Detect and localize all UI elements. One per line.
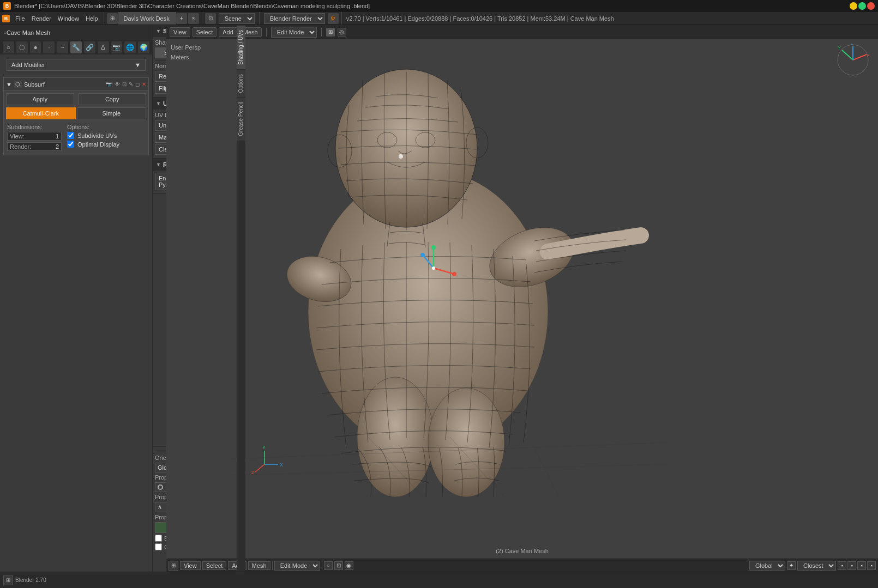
- simple-button[interactable]: Simple: [77, 107, 147, 119]
- panel-tab-particles[interactable]: ·: [43, 41, 55, 53]
- viewport-info: User Persp Meters: [171, 43, 201, 62]
- closest-footer-dropdown[interactable]: Closest: [797, 561, 836, 571]
- side-tab-options[interactable]: Options: [237, 69, 245, 97]
- apply-button[interactable]: Apply: [6, 93, 74, 105]
- modifier-editmode-icon[interactable]: ✎: [129, 81, 133, 87]
- svg-line-31: [853, 54, 867, 60]
- footer-icon-c[interactable]: ▪: [857, 561, 866, 570]
- modifier-eye-icon[interactable]: 👁: [115, 81, 120, 87]
- uvs-arrow: ▼: [156, 101, 161, 106]
- options-label: Options:: [67, 124, 119, 130]
- minimize-button[interactable]: [850, 2, 857, 10]
- viewport-footer-icon1[interactable]: ⊞: [169, 561, 178, 571]
- optimal-display-checkbox[interactable]: [67, 141, 74, 148]
- global-footer-dropdown[interactable]: Global: [749, 561, 785, 571]
- side-tab-grease[interactable]: Grease Pencil: [237, 97, 245, 141]
- modifier-render-icon[interactable]: 📷: [106, 81, 112, 87]
- side-tab-shading[interactable]: Shading / UVs: [237, 25, 245, 69]
- footer-view-btn[interactable]: View: [180, 561, 201, 570]
- add-modifier-arrow: ▼: [135, 62, 141, 68]
- render-field[interactable]: Render: 2: [7, 142, 62, 151]
- modifier-expand-arrow[interactable]: ▼: [6, 81, 12, 88]
- edit-texture-space-checkbox[interactable]: [155, 535, 162, 542]
- panel-tab-physics[interactable]: ~: [57, 41, 68, 53]
- menu-window[interactable]: Window: [55, 12, 82, 25]
- footer-icon-magnet[interactable]: ✦: [787, 561, 796, 570]
- subdivide-uvs-checkbox[interactable]: [67, 132, 74, 139]
- panel-tab-constraints[interactable]: 🔗: [84, 41, 95, 53]
- select-menu-btn[interactable]: Select: [193, 27, 217, 37]
- footer-icon-b[interactable]: ▪: [847, 561, 856, 570]
- viewport-label: (2) Cave Man Mesh: [496, 548, 549, 554]
- add-modifier-button[interactable]: Add Modifier ▼: [7, 59, 146, 71]
- panel-tab-object[interactable]: ○: [3, 41, 14, 53]
- caveman-mesh-container: X Y Z: [232, 50, 668, 497]
- proportional-editing-icon: [158, 484, 163, 490]
- panel-tab-world[interactable]: 🌍: [138, 41, 149, 53]
- edit-mode-footer-dropdown[interactable]: Edit Mode: [274, 561, 320, 571]
- modifier-realtime-icon[interactable]: ⊡: [122, 81, 127, 87]
- menu-file[interactable]: File: [12, 12, 28, 25]
- shading-arrow: ▼: [156, 28, 161, 34]
- add-menu-btn[interactable]: Add: [219, 27, 237, 37]
- render-icon-btn[interactable]: ⚙: [328, 13, 339, 24]
- blender-logo: B: [3, 2, 11, 10]
- svg-text:Y: Y: [262, 445, 266, 450]
- footer-select-btn[interactable]: Select: [202, 561, 227, 570]
- global-footer-text: Blender 2.70: [15, 577, 46, 583]
- panel-tab-scene[interactable]: 🌐: [124, 41, 136, 53]
- panel-tab-materials[interactable]: ●: [30, 41, 41, 53]
- modifier-apply-copy-row: Apply Copy: [4, 93, 148, 105]
- blender-menu-logo[interactable]: B: [2, 15, 10, 22]
- viewport-icon-btn1[interactable]: ⊞: [326, 28, 335, 37]
- app-menu-section: B File Render Window Help: [0, 12, 104, 25]
- modifier-cage-icon[interactable]: ◻: [135, 81, 140, 87]
- panel-tab-data[interactable]: Δ: [98, 41, 109, 53]
- footer-icon-snap[interactable]: ⊡: [334, 561, 343, 570]
- render-engine-dropdown[interactable]: Blender Render: [264, 13, 325, 24]
- menu-help[interactable]: Help: [82, 12, 101, 25]
- modifier-type-icon: ⬡: [14, 81, 22, 88]
- left-panel-header: ○ Cave Man Mesh: [0, 25, 152, 40]
- header-separator2: [321, 28, 322, 37]
- render-label: Render:: [10, 143, 31, 150]
- edit-mode-dropdown[interactable]: Edit Mode: [271, 27, 317, 38]
- render-section: Blender Render ⚙: [260, 12, 342, 25]
- footer-mesh-btn[interactable]: Mesh: [248, 561, 270, 570]
- maximize-button[interactable]: [858, 2, 866, 10]
- copy-button[interactable]: Copy: [79, 93, 147, 105]
- footer-icon-proportional[interactable]: ○: [324, 561, 333, 570]
- menu-render[interactable]: Render: [28, 12, 55, 25]
- panel-tab-mesh[interactable]: ⬡: [16, 41, 28, 53]
- svg-point-17: [432, 266, 435, 270]
- footer-icon-a[interactable]: ▪: [838, 561, 846, 570]
- modifier-delete-icon[interactable]: ✕: [142, 81, 146, 87]
- viewport-canvas[interactable]: User Persp Meters: [166, 39, 878, 559]
- close-button[interactable]: [867, 2, 875, 10]
- viewport-units-label: Meters: [171, 52, 201, 62]
- panel-tab-modifiers[interactable]: 🔧: [70, 41, 82, 53]
- view-field[interactable]: View: 1: [7, 132, 62, 141]
- global-footer: ⊞ Blender 2.70: [0, 572, 878, 588]
- left-panel-scroll: Add Modifier ▼ ▼ ⬡ Subsurf 📷 👁 ⊡ ✎ ◻ ✕ A…: [0, 54, 152, 572]
- footer-icon-overlay[interactable]: ◉: [345, 561, 353, 570]
- rigify-arrow: ▼: [156, 162, 161, 167]
- scene-dropdown[interactable]: Scene: [219, 13, 255, 24]
- panel-tab-render[interactable]: 📷: [111, 41, 123, 53]
- global-footer-icon[interactable]: ⊞: [3, 575, 13, 585]
- confirm-on-release-checkbox[interactable]: [155, 543, 162, 550]
- svg-point-16: [420, 253, 425, 257]
- view-menu-btn[interactable]: View: [170, 27, 190, 37]
- viewport-icon-btn2[interactable]: ◎: [338, 28, 346, 37]
- workspace-icon[interactable]: ⊞: [107, 13, 118, 24]
- workspace-tab[interactable]: Davis Work Desk: [118, 12, 176, 25]
- footer-sep1: [272, 561, 273, 570]
- footer-icon-d[interactable]: ▪: [867, 561, 876, 570]
- scene-icon[interactable]: ⊡: [205, 13, 216, 24]
- caveman-mesh-svg: X Y Z: [232, 50, 668, 497]
- close-workspace-btn[interactable]: ×: [188, 13, 199, 24]
- catmull-clark-button[interactable]: Catmull-Clark: [6, 107, 76, 119]
- add-workspace-btn[interactable]: +: [176, 13, 187, 24]
- render-row: Render: 2: [7, 142, 62, 151]
- subdivisions-section: Subdivisions: View: 1 Render: 2: [7, 124, 62, 153]
